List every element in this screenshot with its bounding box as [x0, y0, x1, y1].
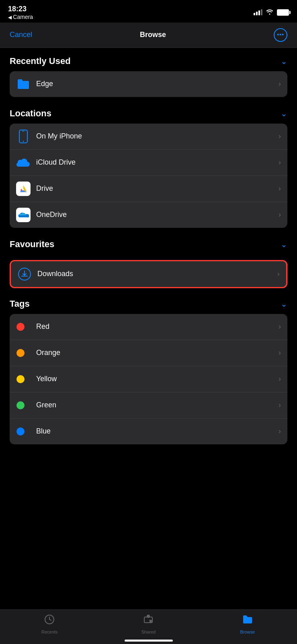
tag-blue-chevron-icon: ›: [279, 427, 281, 436]
svg-point-1: [23, 140, 24, 142]
status-bar: 18:23 Camera: [0, 0, 297, 23]
recents-icon: [44, 614, 55, 628]
cancel-button[interactable]: Cancel: [10, 31, 32, 39]
tag-red-item[interactable]: Red ›: [10, 314, 287, 340]
edge-chevron-icon: ›: [279, 80, 281, 88]
downloads-item[interactable]: Downloads ›: [10, 260, 287, 288]
status-left: 18:23 Camera: [8, 5, 33, 20]
tag-blue-label: Blue: [36, 427, 279, 436]
tag-red-chevron-icon: ›: [279, 322, 281, 331]
tab-bar: Recents Shared Browse: [0, 609, 297, 644]
tags-chevron-icon[interactable]: ⌄: [281, 299, 287, 309]
recently-used-list: Edge ›: [10, 71, 287, 97]
iphone-icon: [16, 129, 31, 144]
tab-recents[interactable]: Recents: [0, 614, 99, 634]
tag-green-chevron-icon: ›: [279, 401, 281, 409]
icloud-icon: [16, 155, 31, 170]
tag-red-label: Red: [36, 322, 279, 331]
home-indicator: [125, 640, 173, 642]
tag-yellow-label: Yellow: [36, 375, 279, 383]
favourites-section: Favourites ⌄: [0, 231, 297, 258]
onedrive-chevron-icon: ›: [279, 211, 281, 219]
icloud-drive-item[interactable]: iCloud Drive ›: [10, 150, 287, 176]
ellipsis-icon: •••: [277, 31, 284, 38]
drive-label: Drive: [36, 184, 279, 193]
recently-used-section: Recently Used ⌄ Edge ›: [0, 48, 297, 100]
on-my-iphone-label: On My iPhone: [36, 132, 279, 140]
tag-red-icon: [16, 320, 31, 334]
tag-blue-icon: [16, 424, 31, 439]
recents-label: Recents: [41, 630, 57, 634]
signal-bars-icon: [254, 9, 262, 15]
edge-label: Edge: [36, 80, 279, 88]
recently-used-title: Recently Used: [10, 56, 71, 66]
nav-bar: Cancel Browse •••: [0, 23, 297, 48]
favourites-header: Favourites ⌄: [10, 239, 287, 250]
tag-yellow-chevron-icon: ›: [279, 375, 281, 383]
tag-orange-item[interactable]: Orange ›: [10, 340, 287, 366]
status-time: 18:23: [8, 5, 33, 14]
browse-icon: [242, 614, 253, 628]
google-drive-icon: [16, 182, 31, 196]
on-my-iphone-chevron-icon: ›: [279, 132, 281, 140]
locations-section: Locations ⌄ On My iPhone ›: [0, 100, 297, 231]
tag-green-item[interactable]: Green ›: [10, 392, 287, 419]
tag-yellow-item[interactable]: Yellow ›: [10, 366, 287, 392]
downloads-label: Downloads: [37, 270, 277, 278]
tag-green-icon: [16, 398, 31, 413]
tags-section: Tags ⌄ Red › Orange ›: [0, 291, 297, 448]
folder-icon: [16, 77, 31, 91]
tag-yellow-icon: [16, 372, 31, 386]
onedrive-label: OneDrive: [36, 211, 279, 219]
downloads-chevron-icon: ›: [277, 270, 280, 278]
svg-rect-2: [22, 131, 25, 132]
onedrive-item[interactable]: OneDrive ›: [10, 202, 287, 228]
locations-list: On My iPhone › iCloud Drive ›: [10, 124, 287, 228]
on-my-iphone-item[interactable]: On My iPhone ›: [10, 124, 287, 150]
locations-header: Locations ⌄: [10, 108, 287, 119]
wifi-icon: [266, 8, 274, 17]
onedrive-icon: [16, 208, 31, 222]
recently-used-chevron-icon[interactable]: ⌄: [281, 56, 287, 66]
tags-header: Tags ⌄: [10, 299, 287, 309]
svg-point-5: [147, 615, 150, 618]
drive-chevron-icon: ›: [279, 184, 281, 193]
recently-used-edge-item[interactable]: Edge ›: [10, 71, 287, 97]
tag-orange-icon: [16, 346, 31, 360]
tab-browse[interactable]: Browse: [198, 614, 297, 634]
recently-used-header: Recently Used ⌄: [10, 56, 287, 66]
locations-chevron-icon[interactable]: ⌄: [281, 109, 287, 118]
more-button[interactable]: •••: [274, 28, 287, 42]
tags-title: Tags: [10, 299, 30, 309]
browse-tab-label: Browse: [240, 630, 255, 634]
tag-blue-item[interactable]: Blue ›: [10, 419, 287, 444]
download-icon: [17, 267, 32, 281]
tab-shared[interactable]: Shared: [99, 614, 198, 634]
icloud-drive-label: iCloud Drive: [36, 158, 279, 167]
favourites-chevron-icon[interactable]: ⌄: [281, 239, 287, 249]
tag-orange-label: Orange: [36, 349, 279, 357]
icloud-drive-chevron-icon: ›: [279, 158, 281, 167]
shared-icon: [143, 614, 154, 628]
locations-title: Locations: [10, 108, 51, 119]
google-drive-item[interactable]: Drive ›: [10, 176, 287, 202]
tag-orange-chevron-icon: ›: [279, 349, 281, 357]
status-right: [254, 8, 289, 17]
main-content: Recently Used ⌄ Edge › Locations ⌄: [0, 48, 297, 488]
browse-title: Browse: [140, 31, 166, 39]
tag-green-label: Green: [36, 401, 279, 409]
downloads-wrapper: Downloads ›: [0, 258, 297, 291]
status-camera: Camera: [8, 14, 33, 20]
battery-icon: [277, 9, 289, 16]
shared-label: Shared: [141, 630, 156, 634]
tags-list: Red › Orange › Yellow ›: [10, 314, 287, 444]
favourites-title: Favourites: [10, 239, 54, 250]
